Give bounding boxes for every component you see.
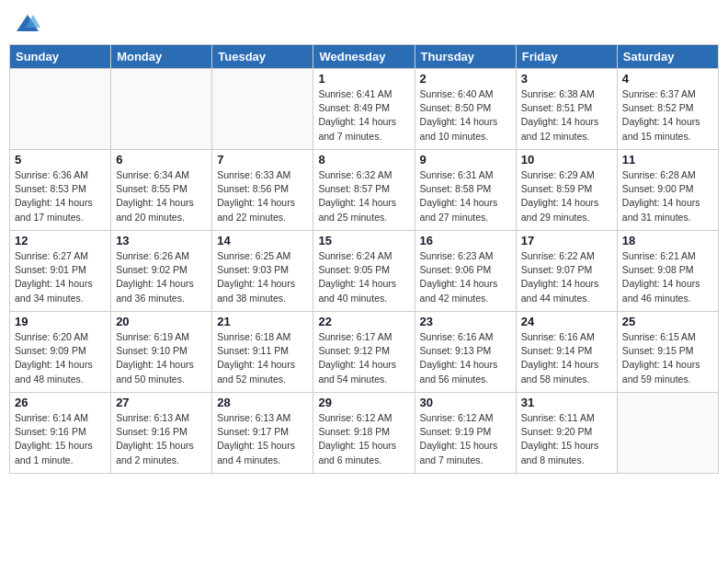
calendar-cell: 23Sunrise: 6:16 AM Sunset: 9:13 PM Dayli… [415, 312, 516, 393]
weekday-header-thursday: Thursday [415, 45, 516, 69]
calendar-cell: 6Sunrise: 6:34 AM Sunset: 8:55 PM Daylig… [111, 150, 212, 231]
calendar-cell: 4Sunrise: 6:37 AM Sunset: 8:52 PM Daylig… [617, 69, 718, 150]
logo-icon [15, 13, 40, 33]
day-number: 20 [116, 315, 207, 328]
day-number: 5 [15, 153, 106, 167]
calendar-cell [212, 69, 313, 150]
calendar-cell: 14Sunrise: 6:25 AM Sunset: 9:03 PM Dayli… [212, 231, 313, 312]
day-number: 8 [318, 153, 409, 167]
day-info: Sunrise: 6:14 AM Sunset: 9:16 PM Dayligh… [15, 411, 106, 467]
calendar-cell [617, 393, 718, 474]
calendar-cell: 2Sunrise: 6:40 AM Sunset: 8:50 PM Daylig… [415, 69, 516, 150]
calendar-cell: 10Sunrise: 6:29 AM Sunset: 8:59 PM Dayli… [516, 150, 617, 231]
day-number: 30 [420, 396, 511, 409]
day-info: Sunrise: 6:18 AM Sunset: 9:11 PM Dayligh… [217, 330, 308, 386]
calendar-cell: 7Sunrise: 6:33 AM Sunset: 8:56 PM Daylig… [212, 150, 313, 231]
calendar-cell: 12Sunrise: 6:27 AM Sunset: 9:01 PM Dayli… [10, 231, 111, 312]
day-number: 21 [217, 315, 308, 328]
day-info: Sunrise: 6:27 AM Sunset: 9:01 PM Dayligh… [15, 249, 106, 305]
calendar-cell: 30Sunrise: 6:12 AM Sunset: 9:19 PM Dayli… [415, 393, 516, 474]
calendar-cell: 22Sunrise: 6:17 AM Sunset: 9:12 PM Dayli… [313, 312, 415, 393]
day-number: 25 [622, 315, 713, 328]
calendar-cell: 28Sunrise: 6:13 AM Sunset: 9:17 PM Dayli… [212, 393, 313, 474]
calendar-cell: 13Sunrise: 6:26 AM Sunset: 9:02 PM Dayli… [111, 231, 212, 312]
day-info: Sunrise: 6:28 AM Sunset: 9:00 PM Dayligh… [622, 168, 713, 224]
weekday-header-sunday: Sunday [10, 45, 111, 69]
day-number: 16 [420, 234, 511, 247]
day-info: Sunrise: 6:16 AM Sunset: 9:14 PM Dayligh… [521, 330, 612, 386]
day-number: 12 [15, 234, 106, 247]
day-number: 18 [622, 234, 713, 247]
day-info: Sunrise: 6:16 AM Sunset: 9:13 PM Dayligh… [420, 330, 511, 386]
calendar-cell: 16Sunrise: 6:23 AM Sunset: 9:06 PM Dayli… [415, 231, 516, 312]
calendar-cell: 29Sunrise: 6:12 AM Sunset: 9:18 PM Dayli… [313, 393, 415, 474]
day-info: Sunrise: 6:22 AM Sunset: 9:07 PM Dayligh… [521, 249, 612, 305]
calendar-cell: 15Sunrise: 6:24 AM Sunset: 9:05 PM Dayli… [313, 231, 415, 312]
day-number: 29 [318, 396, 409, 409]
day-info: Sunrise: 6:41 AM Sunset: 8:49 PM Dayligh… [318, 87, 409, 144]
day-number: 10 [521, 153, 612, 167]
calendar-week-3: 12Sunrise: 6:27 AM Sunset: 9:01 PM Dayli… [10, 231, 719, 312]
calendar-cell: 19Sunrise: 6:20 AM Sunset: 9:09 PM Dayli… [10, 312, 111, 393]
calendar-cell [111, 69, 212, 150]
day-number: 26 [15, 396, 106, 409]
calendar-cell: 9Sunrise: 6:31 AM Sunset: 8:58 PM Daylig… [415, 150, 516, 231]
day-number: 22 [318, 315, 409, 328]
day-info: Sunrise: 6:20 AM Sunset: 9:09 PM Dayligh… [15, 330, 106, 386]
day-number: 17 [521, 234, 612, 247]
calendar-cell: 17Sunrise: 6:22 AM Sunset: 9:07 PM Dayli… [516, 231, 617, 312]
day-info: Sunrise: 6:31 AM Sunset: 8:58 PM Dayligh… [420, 168, 511, 224]
day-number: 4 [622, 72, 713, 86]
calendar-cell: 11Sunrise: 6:28 AM Sunset: 9:00 PM Dayli… [617, 150, 718, 231]
day-number: 1 [318, 72, 409, 86]
calendar-cell: 31Sunrise: 6:11 AM Sunset: 9:20 PM Dayli… [516, 393, 617, 474]
logo [15, 13, 40, 33]
calendar-header-row: SundayMondayTuesdayWednesdayThursdayFrid… [10, 45, 719, 69]
calendar-week-2: 5Sunrise: 6:36 AM Sunset: 8:53 PM Daylig… [10, 150, 719, 231]
day-number: 3 [521, 72, 612, 86]
calendar-cell: 18Sunrise: 6:21 AM Sunset: 9:08 PM Dayli… [617, 231, 718, 312]
day-info: Sunrise: 6:25 AM Sunset: 9:03 PM Dayligh… [217, 249, 308, 305]
day-info: Sunrise: 6:13 AM Sunset: 9:16 PM Dayligh… [116, 411, 207, 467]
calendar-week-1: 1Sunrise: 6:41 AM Sunset: 8:49 PM Daylig… [10, 69, 719, 150]
calendar-cell: 24Sunrise: 6:16 AM Sunset: 9:14 PM Dayli… [516, 312, 617, 393]
day-info: Sunrise: 6:13 AM Sunset: 9:17 PM Dayligh… [217, 411, 308, 467]
calendar-week-5: 26Sunrise: 6:14 AM Sunset: 9:16 PM Dayli… [10, 393, 719, 474]
weekday-header-monday: Monday [111, 45, 212, 69]
calendar-cell: 5Sunrise: 6:36 AM Sunset: 8:53 PM Daylig… [10, 150, 111, 231]
day-number: 13 [116, 234, 207, 247]
day-info: Sunrise: 6:23 AM Sunset: 9:06 PM Dayligh… [420, 249, 511, 305]
weekday-header-tuesday: Tuesday [212, 45, 313, 69]
calendar-cell: 27Sunrise: 6:13 AM Sunset: 9:16 PM Dayli… [111, 393, 212, 474]
calendar-cell: 20Sunrise: 6:19 AM Sunset: 9:10 PM Dayli… [111, 312, 212, 393]
calendar-week-4: 19Sunrise: 6:20 AM Sunset: 9:09 PM Dayli… [10, 312, 719, 393]
day-info: Sunrise: 6:29 AM Sunset: 8:59 PM Dayligh… [521, 168, 612, 224]
day-info: Sunrise: 6:38 AM Sunset: 8:51 PM Dayligh… [521, 87, 612, 144]
day-info: Sunrise: 6:34 AM Sunset: 8:55 PM Dayligh… [116, 168, 207, 224]
day-info: Sunrise: 6:36 AM Sunset: 8:53 PM Dayligh… [15, 168, 106, 224]
day-number: 24 [521, 315, 612, 328]
calendar-cell: 25Sunrise: 6:15 AM Sunset: 9:15 PM Dayli… [617, 312, 718, 393]
day-info: Sunrise: 6:21 AM Sunset: 9:08 PM Dayligh… [622, 249, 713, 305]
day-number: 9 [420, 153, 511, 167]
day-info: Sunrise: 6:33 AM Sunset: 8:56 PM Dayligh… [217, 168, 308, 224]
calendar-cell [10, 69, 111, 150]
calendar-cell: 21Sunrise: 6:18 AM Sunset: 9:11 PM Dayli… [212, 312, 313, 393]
day-number: 31 [521, 396, 612, 409]
day-number: 14 [217, 234, 308, 247]
day-number: 6 [116, 153, 207, 167]
day-number: 19 [15, 315, 106, 328]
day-number: 7 [217, 153, 308, 167]
day-info: Sunrise: 6:12 AM Sunset: 9:19 PM Dayligh… [420, 411, 511, 467]
weekday-header-saturday: Saturday [617, 45, 718, 69]
day-number: 15 [318, 234, 409, 247]
day-info: Sunrise: 6:15 AM Sunset: 9:15 PM Dayligh… [622, 330, 713, 386]
weekday-header-wednesday: Wednesday [313, 45, 415, 69]
calendar-table: SundayMondayTuesdayWednesdayThursdayFrid… [9, 44, 719, 474]
day-number: 11 [622, 153, 713, 167]
page-header [9, 9, 719, 37]
day-info: Sunrise: 6:40 AM Sunset: 8:50 PM Dayligh… [420, 87, 511, 144]
day-info: Sunrise: 6:12 AM Sunset: 9:18 PM Dayligh… [318, 411, 409, 467]
day-info: Sunrise: 6:37 AM Sunset: 8:52 PM Dayligh… [622, 87, 713, 144]
day-info: Sunrise: 6:32 AM Sunset: 8:57 PM Dayligh… [318, 168, 409, 224]
